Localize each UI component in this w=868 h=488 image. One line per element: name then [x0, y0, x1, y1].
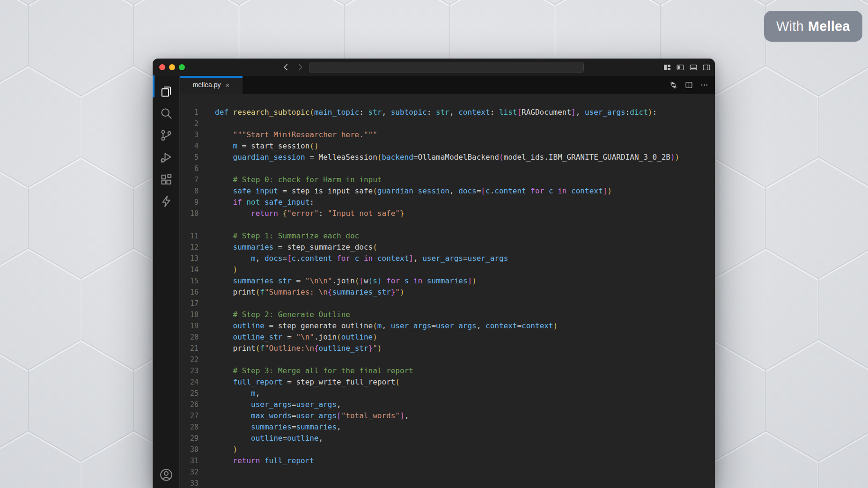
- line-number: 19: [180, 320, 199, 332]
- code-line: [215, 219, 715, 230]
- code-line: summaries_str = "\n\n".join([w(s) for s …: [215, 275, 715, 287]
- gutter: 1234567891011121314151617181920212223242…: [180, 107, 207, 488]
- code-line: m = start_session(): [215, 140, 715, 152]
- more-actions-icon[interactable]: [700, 81, 708, 89]
- code-line: m,: [215, 388, 715, 399]
- code-line: outline_str = "\n".join(outline): [215, 332, 715, 343]
- screenshot-stage: { "badge": { "prefix": "With", "brand": …: [0, 0, 868, 488]
- line-number: 24: [180, 377, 199, 388]
- lightning-icon: [160, 195, 173, 208]
- minimize-window-button[interactable]: [169, 64, 175, 70]
- line-number: 11: [180, 230, 199, 242]
- source-control-icon: [160, 129, 173, 142]
- editor-group: mellea.py ×: [180, 76, 715, 488]
- with-mellea-badge: With Mellea: [764, 11, 862, 42]
- back-arrow-icon[interactable]: [282, 63, 290, 71]
- line-number: 18: [180, 309, 199, 320]
- zoom-window-button[interactable]: [179, 64, 185, 70]
- line-number: 12: [180, 242, 199, 253]
- code-line: # Step 3: Merge all for the final report: [215, 365, 715, 377]
- sidebar-item-flash[interactable]: [155, 190, 177, 212]
- sidebar-item-search[interactable]: [155, 102, 177, 124]
- close-tab-icon[interactable]: ×: [226, 81, 230, 89]
- line-number: 28: [180, 421, 199, 433]
- line-number: 20: [180, 332, 199, 343]
- code-line: if not safe_input:: [215, 197, 715, 208]
- code-line: summaries=summaries,: [215, 421, 715, 433]
- split-editor-icon[interactable]: [685, 81, 693, 89]
- search-icon: [160, 107, 173, 120]
- sidebar-item-source-control[interactable]: [155, 124, 177, 146]
- line-number: 5: [180, 152, 199, 163]
- code-line: safe_input = step_is_input_safe(guardian…: [215, 185, 715, 197]
- tab-bar: mellea.py ×: [180, 76, 715, 94]
- line-number: 21: [180, 343, 199, 354]
- active-item-indicator: [153, 75, 154, 97]
- line-number: 14: [180, 264, 199, 275]
- line-number: 25: [180, 388, 199, 399]
- code-line: user_args=user_args,: [215, 399, 715, 410]
- editor-window: mellea.py ×: [153, 59, 715, 488]
- line-number: 13: [180, 253, 199, 264]
- traffic-lights: [159, 64, 185, 70]
- line-number: 3: [180, 129, 199, 140]
- code-line: """Start MiniResearcher here.""": [215, 129, 715, 140]
- code-line: return {"error": "Input not safe"}: [215, 208, 715, 219]
- code-line: [215, 118, 715, 129]
- code-line: print(f"Summaries: \n{summaries_str}"): [215, 287, 715, 298]
- code-line: [215, 478, 715, 488]
- badge-brand: Mellea: [808, 19, 850, 34]
- line-number: 32: [180, 466, 199, 478]
- forward-arrow-icon[interactable]: [296, 63, 304, 71]
- line-number: 16: [180, 287, 199, 298]
- line-number: 7: [180, 174, 199, 185]
- line-number: 26: [180, 399, 199, 410]
- code-line: outline=outline,: [215, 433, 715, 444]
- sidebar-item-explorer[interactable]: [155, 80, 177, 102]
- line-number: 17: [180, 298, 199, 309]
- code-line: return full_report: [215, 455, 715, 466]
- account-icon: [159, 468, 173, 482]
- line-number: 8: [180, 185, 199, 197]
- toggle-secondary-sidebar-icon[interactable]: [702, 63, 710, 71]
- code-line: summaries = step_summarize_docs(: [215, 242, 715, 253]
- code-editor[interactable]: 1234567891011121314151617181920212223242…: [180, 94, 715, 488]
- extensions-icon: [160, 173, 173, 186]
- open-changes-icon[interactable]: [669, 81, 677, 89]
- line-number: 23: [180, 365, 199, 377]
- code-line: [215, 466, 715, 478]
- tab-mellea-py[interactable]: mellea.py ×: [180, 76, 243, 94]
- badge-prefix: With: [776, 19, 804, 34]
- sidebar-item-account[interactable]: [153, 468, 180, 482]
- customize-layout-icon[interactable]: [663, 63, 671, 71]
- code-line: ): [215, 444, 715, 455]
- files-icon: [159, 84, 173, 98]
- code-line: def research_subtopic(main_topic: str, s…: [215, 107, 715, 118]
- code-line: [215, 163, 715, 174]
- toggle-panel-icon[interactable]: [689, 63, 697, 71]
- line-number: 10: [180, 208, 199, 219]
- active-tab-indicator: [180, 76, 243, 78]
- code-line: print(f"Outline:\n{outline_str}"): [215, 343, 715, 354]
- close-window-button[interactable]: [159, 64, 165, 70]
- code-lines: def research_subtopic(main_topic: str, s…: [207, 107, 715, 488]
- sidebar-item-extensions[interactable]: [155, 168, 177, 190]
- sidebar-item-run-debug[interactable]: [155, 146, 177, 168]
- line-number: 9: [180, 197, 199, 208]
- code-line: ): [215, 264, 715, 275]
- line-number: 31: [180, 455, 199, 466]
- tab-label: mellea.py: [193, 81, 221, 89]
- code-line: max_words=user_args["total_words"],: [215, 410, 715, 421]
- line-number: 27: [180, 410, 199, 421]
- code-line: # Step 0: check for Harm in input: [215, 174, 715, 185]
- code-line: # Step 2: Generate Outline: [215, 309, 715, 320]
- code-line: full_report = step_write_full_report(: [215, 377, 715, 388]
- code-line: # Step 1: Summarize each doc: [215, 230, 715, 242]
- line-number: 4: [180, 140, 199, 152]
- toggle-primary-sidebar-icon[interactable]: [676, 63, 684, 71]
- code-line: outline = step_generate_outline(m, user_…: [215, 320, 715, 332]
- command-center-search[interactable]: [309, 62, 584, 73]
- line-number: [180, 219, 199, 230]
- run-debug-icon: [160, 151, 173, 164]
- line-number: 1: [180, 107, 199, 118]
